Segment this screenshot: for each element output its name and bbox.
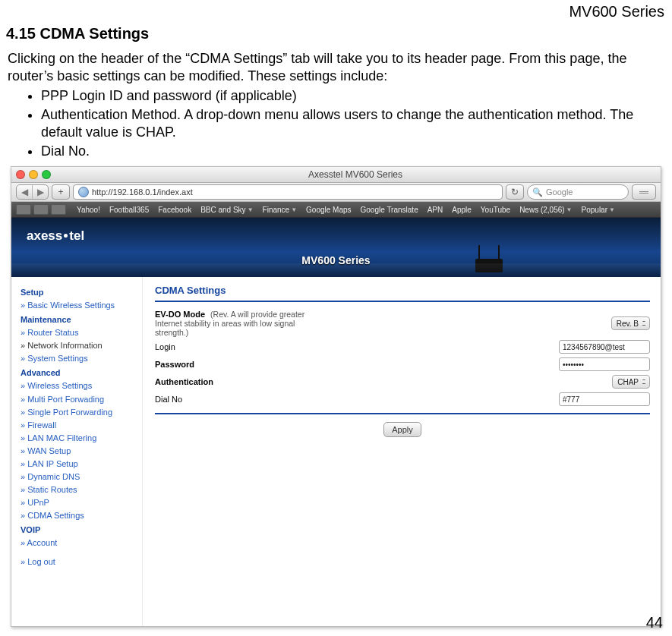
dialno-input[interactable]: #777 bbox=[559, 392, 650, 406]
window-title: Axesstel MV600 Series bbox=[55, 169, 656, 180]
sidebar-item-system-settings[interactable]: System Settings bbox=[21, 352, 134, 365]
globe-icon bbox=[78, 187, 89, 197]
add-bookmark-button[interactable]: + bbox=[52, 184, 70, 200]
login-input[interactable]: 1234567890@test bbox=[559, 340, 650, 354]
bookmark-item[interactable]: Facebook bbox=[158, 206, 191, 214]
sidebar-item-logout[interactable]: Log out bbox=[21, 556, 134, 568]
bullet-item: PPP Login ID and password (if applicable… bbox=[41, 87, 658, 105]
sidebar-item-router-status[interactable]: Router Status bbox=[21, 326, 134, 339]
reload-button[interactable]: ↻ bbox=[506, 184, 524, 200]
sidebar-item-firewall[interactable]: Firewall bbox=[21, 419, 134, 432]
bookmark-item[interactable]: Google Translate bbox=[361, 206, 418, 214]
bullet-item: Dial No. bbox=[41, 143, 658, 160]
browser-toolbar: ◀ ▶ + http://192.168.0.1/index.axt ↻ 🔍 G… bbox=[11, 183, 661, 202]
sidebar-item-dynamic-dns[interactable]: Dynamic DNS bbox=[21, 471, 134, 483]
search-icon: 🔍 bbox=[532, 187, 543, 197]
apply-button[interactable]: Apply bbox=[383, 422, 421, 437]
nav-back-forward[interactable]: ◀ ▶ bbox=[16, 184, 49, 200]
sidebar-heading-setup: Setup bbox=[21, 286, 134, 299]
url-text: http://192.168.0.1/index.axt bbox=[92, 187, 193, 197]
sidebar-item-cdma-settings[interactable]: CDMA Settings bbox=[21, 509, 134, 522]
dialno-label: Dial No bbox=[155, 395, 322, 404]
address-bar[interactable]: http://192.168.0.1/index.axt bbox=[73, 184, 503, 200]
sidebar-item-wireless-settings[interactable]: Wireless Settings bbox=[21, 379, 134, 392]
sidebar-item-lan-ip-setup[interactable]: LAN IP Setup bbox=[21, 458, 134, 471]
sidebar-item-wan-setup[interactable]: WAN Setup bbox=[21, 445, 134, 458]
divider bbox=[155, 413, 650, 414]
running-header: MV600 Series bbox=[6, 3, 664, 20]
bookmarks-bar: Yahoo! Football365 Facebook BBC and Sky▼… bbox=[11, 202, 661, 218]
section-title: 4.15 CDMA Settings bbox=[6, 25, 666, 43]
content-title: CDMA Settings bbox=[155, 285, 650, 296]
app-header-banner: axesstel MV600 Series bbox=[11, 218, 661, 277]
back-icon[interactable]: ◀ bbox=[17, 185, 32, 199]
search-placeholder: Google bbox=[546, 187, 573, 197]
brand-dot-icon bbox=[64, 234, 68, 238]
embedded-browser-window: Axesstel MV600 Series ◀ ▶ + http://192.1… bbox=[11, 166, 661, 627]
brand-logo: axesstel bbox=[27, 228, 84, 244]
bookmark-item[interactable]: Football365 bbox=[109, 206, 149, 214]
sidebar-item-network-info[interactable]: Network Information bbox=[21, 339, 134, 352]
menu-toggle-button[interactable] bbox=[632, 184, 656, 200]
sidebar-item-upnp[interactable]: UPnP bbox=[21, 496, 134, 509]
search-field[interactable]: 🔍 Google bbox=[527, 184, 629, 200]
sidebar-item-single-port-fwd[interactable]: Single Port Forwarding bbox=[21, 406, 134, 419]
bookmark-item[interactable]: Finance▼ bbox=[263, 206, 298, 214]
sidebar-item-account[interactable]: Account bbox=[21, 537, 134, 549]
intro-paragraph: Clicking on the header of the “CDMA Sett… bbox=[8, 50, 661, 84]
page-number: 44 bbox=[646, 614, 663, 631]
login-label: Login bbox=[155, 342, 322, 351]
bookmark-item[interactable]: Google Maps bbox=[306, 206, 351, 214]
bookmark-item[interactable]: News (2,056)▼ bbox=[519, 206, 572, 214]
forward-icon[interactable]: ▶ bbox=[32, 185, 48, 199]
bookmark-item[interactable]: Apple bbox=[452, 206, 472, 214]
sidebar-item-multi-port-fwd[interactable]: Multi Port Forwading bbox=[21, 393, 134, 406]
evdo-mode-label: EV-DO Mode (Rev. A will provide greater … bbox=[155, 310, 322, 337]
chevron-down-icon: ▼ bbox=[609, 206, 615, 213]
evdo-mode-select[interactable]: Rev. B bbox=[611, 316, 650, 330]
password-label: Password bbox=[155, 360, 322, 369]
auth-select[interactable]: CHAP bbox=[612, 375, 650, 389]
chevron-down-icon: ▼ bbox=[291, 206, 297, 213]
bookmark-item[interactable]: APN bbox=[427, 206, 443, 214]
chevron-down-icon: ▼ bbox=[566, 206, 573, 213]
intro-bullet-list: PPP Login ID and password (if applicable… bbox=[41, 87, 658, 160]
bookmark-pad-icons[interactable] bbox=[16, 204, 66, 215]
sidebar-heading-advanced: Advanced bbox=[21, 367, 134, 379]
sidebar-item-static-routes[interactable]: Static Routes bbox=[21, 483, 134, 496]
close-icon[interactable] bbox=[16, 170, 25, 179]
sidebar-item-lan-mac-filtering[interactable]: LAN MAC Filtering bbox=[21, 432, 134, 445]
bookmark-item[interactable]: Popular▼ bbox=[582, 206, 615, 214]
auth-label: Authentication bbox=[155, 377, 322, 386]
bookmark-item[interactable]: YouTube bbox=[481, 206, 510, 214]
zoom-icon[interactable] bbox=[42, 170, 51, 179]
sidebar-nav: Setup Basic Wireless Settings Maintenanc… bbox=[11, 277, 143, 626]
sidebar-heading-voip: VOIP bbox=[21, 524, 134, 537]
chevron-down-icon: ▼ bbox=[248, 206, 254, 213]
bullet-item: Authentication Method. A drop-down menu … bbox=[41, 106, 658, 141]
sidebar-item-basic-wireless[interactable]: Basic Wireless Settings bbox=[21, 299, 134, 312]
bookmark-item[interactable]: BBC and Sky▼ bbox=[200, 206, 253, 214]
bookmark-item[interactable]: Yahoo! bbox=[77, 206, 100, 214]
password-input[interactable]: •••••••• bbox=[559, 357, 650, 371]
content-area: CDMA Settings EV-DO Mode (Rev. A will pr… bbox=[143, 277, 661, 626]
sidebar-heading-maintenance: Maintenance bbox=[21, 313, 134, 326]
minimize-icon[interactable] bbox=[29, 170, 38, 179]
divider bbox=[155, 301, 650, 302]
window-titlebar: Axesstel MV600 Series bbox=[11, 167, 661, 183]
